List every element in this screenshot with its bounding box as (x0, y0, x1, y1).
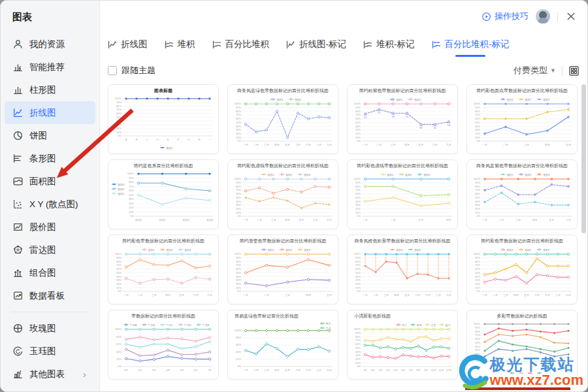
svg-text:10%: 10% (116, 286, 122, 289)
chart-template-card[interactable]: 图表标题100%90%80%70%60%50%40%30%20%10%0%ABC… (108, 84, 219, 154)
svg-text:四月: 四月 (545, 143, 550, 146)
svg-text:40%: 40% (236, 200, 241, 203)
sidebar-item-scatter-chart[interactable]: X Y (散点图) (5, 193, 95, 216)
chevron-down-icon: ▼ (550, 67, 556, 74)
chevron-right-icon: › (83, 369, 86, 379)
chart-template-card[interactable]: 商务风橙色矩形带数据标记的百分比堆积折线图100%90%80%70%60%50%… (347, 235, 458, 304)
scrollbar-thumb[interactable] (581, 84, 586, 233)
chart-template-card[interactable]: 商务风蓝紫色带数据标记的百分比堆积折线图100%90%80%70%60%50%4… (466, 159, 578, 229)
pay-type-dropdown[interactable]: 付费类型 ▼ (514, 65, 556, 76)
sidebar-item-column-chart[interactable]: 柱形图 (5, 78, 95, 101)
svg-text:40%: 40% (475, 275, 480, 278)
svg-text:20%: 20% (236, 282, 241, 286)
svg-text:四月: 四月 (394, 293, 399, 297)
tab-折线图-标记[interactable]: 折线图-标记 (286, 32, 346, 57)
tab-stacked-marked-chart-icon (363, 39, 373, 50)
user-icon (12, 39, 24, 50)
svg-text:四月: 四月 (165, 293, 171, 297)
tab-堆积-标记[interactable]: 堆积-标记 (363, 32, 415, 57)
svg-text:系列1: 系列1 (276, 98, 284, 102)
chart-template-card[interactable]: 小清新彩色折线图100%90%80%70%60%50%40%30%20%10%0… (347, 310, 458, 380)
svg-text:60%: 60% (475, 192, 480, 195)
svg-text:40%: 40% (355, 275, 361, 278)
chart-template-card[interactable]: 商务风蓝绿色带数据标记的百分比堆积折线图100%90%80%70%60%50%4… (227, 84, 338, 154)
svg-text:0%: 0% (357, 214, 361, 218)
svg-text:0%: 0% (237, 365, 241, 368)
chart-template-card[interactable]: 简约彩色带数据标记的百分比堆积折线图100%90%80%70%60%50%40%… (108, 235, 219, 304)
svg-text:10%: 10% (129, 210, 134, 214)
sidebar-item-pie-chart[interactable]: 饼图 (5, 124, 95, 147)
svg-text:80%: 80% (236, 336, 241, 339)
sidebar-item-radar-chart[interactable]: 雷达图 (5, 238, 95, 261)
user-avatar[interactable] (536, 9, 550, 24)
tips-button[interactable]: 操作技巧 (482, 10, 529, 22)
card-chart-thumbnail: 100%90%80%70%60%50%40%30%20%10%0%ABCDEFG… (110, 94, 216, 152)
svg-text:60%: 60% (475, 117, 480, 120)
chart-template-card[interactable]: 简约彩色带数据标记的百分比堆积折线图100%90%80%70%60%50%40%… (466, 235, 578, 304)
sidebar-item-user[interactable]: 我的资源 (5, 33, 95, 56)
svg-text:四月: 四月 (446, 218, 451, 221)
chart-template-card[interactable]: 简约彩色虚线带数据标记的百分比堆积折线图100%90%80%70%60%50%4… (347, 159, 458, 229)
svg-text:90%: 90% (355, 256, 361, 259)
follow-theme-checkbox[interactable] (108, 66, 117, 75)
sidebar-item-label: 智能推荐 (29, 61, 65, 73)
svg-text:20%: 20% (355, 132, 361, 135)
sidebar-item-jade-chart[interactable]: 玉珏图 (5, 340, 95, 363)
svg-text:八月: 八月 (436, 293, 441, 297)
sidebar-item-combo-chart[interactable]: 组合图 (5, 261, 95, 284)
sidebar-item-rose-chart[interactable]: 玫瑰图 (5, 317, 95, 340)
svg-text:F: F (178, 138, 180, 141)
svg-text:七月: 七月 (207, 293, 212, 297)
chart-template-card[interactable]: 简约粉紫色带数据标记的百分比堆积折线图100%90%80%70%60%50%40… (347, 84, 458, 154)
chart-template-card[interactable]: 简约蓝色系百分比堆积折线图100%90%80%70%60%50%40%30%20… (108, 159, 219, 229)
svg-text:70%: 70% (475, 113, 480, 116)
sidebar-item-smart-recommend[interactable]: 智能推荐 (5, 56, 95, 78)
svg-text:80%: 80% (236, 185, 241, 188)
svg-text:70%: 70% (355, 263, 361, 267)
sidebar-item-label: 饼图 (29, 130, 47, 142)
svg-text:20%: 20% (116, 282, 122, 286)
tab-百分比堆积-标记[interactable]: 百分比堆积-标记 (431, 32, 510, 57)
chart-template-card[interactable]: 简约彩色圆点带数据标记的百分比堆积折线图100%90%80%70%60%50%4… (466, 84, 578, 154)
tab-折线图[interactable]: 折线图 (107, 32, 148, 57)
svg-text:100%: 100% (127, 172, 135, 175)
layout-grid-icon[interactable] (568, 65, 580, 76)
svg-text:60%: 60% (116, 342, 122, 346)
svg-text:80%: 80% (355, 110, 361, 113)
svg-text:1月: 1月 (363, 368, 367, 372)
chart-template-card[interactable]: 简约渐变色带数据标记的百分比堆积折线图100%90%80%70%60%50%40… (227, 235, 338, 304)
sidebar-item-dashboard[interactable]: 数据看板 (5, 284, 95, 307)
svg-text:100%: 100% (235, 329, 242, 332)
svg-text:10%: 10% (475, 211, 480, 214)
svg-text:30%: 30% (236, 128, 241, 131)
chart-template-card[interactable]: 多彩带数据标记的折线图100%90%80%70%60%50%40%30%20%1… (466, 310, 578, 380)
combo-chart-icon (12, 267, 24, 278)
sidebar-item-other-charts[interactable]: 其他图表› (5, 363, 95, 385)
chart-template-card[interactable]: 带数据标记的百分比堆积折线图100%80%60%40%20%0%1月2月3月4月… (108, 310, 219, 380)
svg-text:系列3: 系列3 (118, 183, 125, 187)
chart-template-card[interactable]: 简约彩色虚线带数据标记的百分比堆积折线图100%90%80%70%60%50%4… (227, 159, 338, 229)
svg-text:100%: 100% (474, 177, 481, 180)
sidebar-item-bar-chart[interactable]: 条形图 (5, 147, 95, 170)
svg-text:90%: 90% (236, 106, 241, 109)
topbar-divider (557, 12, 558, 22)
svg-text:九月: 九月 (566, 293, 571, 297)
sidebar-item-line-chart[interactable]: 折线图 (5, 101, 95, 124)
svg-text:0%: 0% (118, 134, 122, 137)
svg-text:60%: 60% (236, 117, 241, 120)
close-icon[interactable] (565, 10, 577, 22)
svg-text:八月: 八月 (555, 293, 561, 297)
sidebar-item-stock-chart[interactable]: 股价图 (5, 216, 95, 238)
svg-text:九月: 九月 (327, 143, 332, 146)
sidebar-item-area-chart[interactable]: 面积图 (5, 170, 95, 193)
svg-text:二月: 二月 (257, 218, 262, 221)
svg-text:40%: 40% (116, 350, 122, 353)
tab-百分比堆积[interactable]: 百分比堆积 (212, 32, 270, 57)
chart-template-card[interactable]: 简易蓝绿色带标记百分比折线图100%80%60%40%20%0%一月二月三月四月… (227, 310, 338, 380)
scrollbar-track[interactable] (581, 84, 586, 389)
svg-text:产品B: 产品B (148, 323, 155, 327)
tab-堆积[interactable]: 堆积 (164, 32, 195, 57)
svg-text:100%: 100% (115, 97, 122, 100)
svg-text:七月: 七月 (327, 218, 332, 221)
svg-text:一月: 一月 (482, 293, 487, 297)
